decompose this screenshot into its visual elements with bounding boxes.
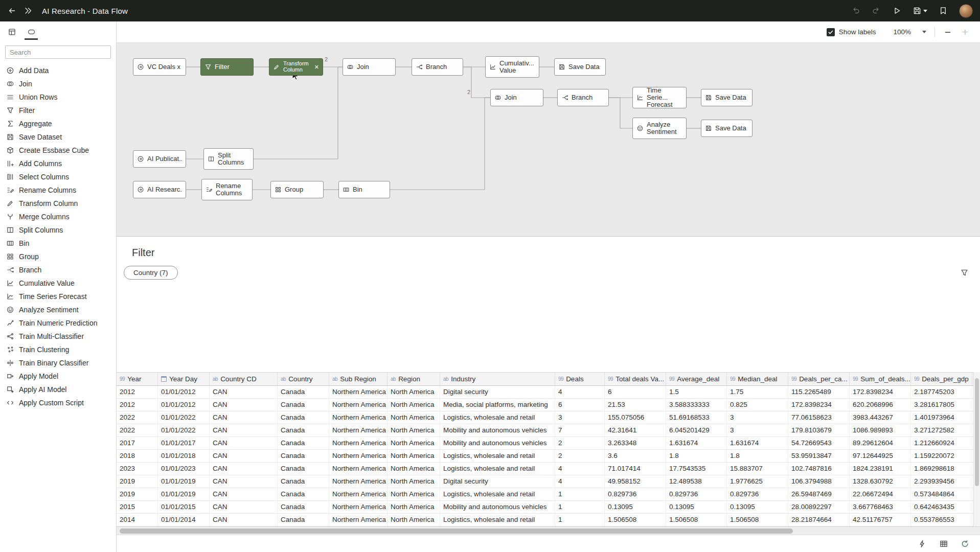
- table-row[interactable]: 201201/01/2012CANCanadaNorthern AmericaN…: [117, 386, 980, 399]
- table-row[interactable]: 201901/01/2019CANCanadaNorthern AmericaN…: [117, 488, 980, 501]
- sidebar-item-split-columns[interactable]: Split Columns: [0, 223, 116, 237]
- show-labels-checkbox[interactable]: [827, 28, 835, 36]
- table-row[interactable]: 201801/01/2018CANCanadaNorthern AmericaN…: [117, 450, 980, 463]
- table-row[interactable]: 202301/01/2023CANCanadaNorthern AmericaN…: [117, 463, 980, 475]
- table-row[interactable]: 202201/01/2022CANCanadaNorthern AmericaN…: [117, 424, 980, 437]
- navigator-icon[interactable]: [24, 6, 33, 15]
- sidebar-item-aggregate[interactable]: Aggregate: [0, 117, 116, 130]
- filter-funnel-icon[interactable]: [960, 268, 969, 277]
- flow-node-ai-publicat[interactable]: AI Publicat...: [133, 150, 186, 168]
- run-flow-icon[interactable]: [892, 6, 901, 15]
- column-header-deals-per-gdp[interactable]: 99Deals_per_gdp: [911, 373, 972, 385]
- flow-node-cumulativ-value[interactable]: Cumulativ... Value: [485, 56, 539, 78]
- node-close-icon[interactable]: ✕: [314, 64, 319, 70]
- table-row[interactable]: 201201/01/2012CANCanadaNorthern AmericaN…: [117, 399, 980, 411]
- flow-node-ai-researc[interactable]: AI Researc...: [133, 181, 186, 198]
- sidebar-item-transform-column[interactable]: Transform Column: [0, 197, 116, 210]
- flow-node-join[interactable]: Join: [343, 58, 396, 76]
- column-header-region[interactable]: abRegion: [388, 373, 440, 385]
- flow-canvas[interactable]: VC Deals x ...FilterTransform Column✕Joi…: [117, 42, 980, 236]
- flow-node-split-columns[interactable]: Split Columns: [203, 148, 254, 170]
- zoom-dropdown-caret-icon[interactable]: [922, 31, 926, 33]
- flow-node-save-data[interactable]: Save Data: [554, 58, 606, 76]
- flow-node-save-data[interactable]: Save Data: [701, 120, 753, 137]
- column-header-year-day[interactable]: Year Day: [158, 373, 210, 385]
- table-row[interactable]: 201501/01/2015CANCanadaNorthern AmericaN…: [117, 501, 980, 514]
- flow-node-filter[interactable]: Filter: [200, 58, 254, 76]
- flow-node-analyze-sentiment[interactable]: Analyze Sentiment: [632, 118, 687, 139]
- sidebar-item-add-data[interactable]: Add Data: [0, 64, 116, 77]
- zoom-out-button[interactable]: −: [941, 27, 954, 37]
- vscroll-thumb[interactable]: [975, 378, 979, 486]
- hscroll-thumb[interactable]: [120, 528, 793, 534]
- sidebar-item-save-dataset[interactable]: Save Dataset: [0, 130, 116, 144]
- sidebar-item-cumulative-value[interactable]: Cumulative Value: [0, 277, 116, 290]
- sidebar-item-train-binary-classifier[interactable]: Train Binary Classifier: [0, 356, 116, 370]
- column-header-sum-of-deals[interactable]: 99Sum_of_deals...: [850, 373, 911, 385]
- search-input[interactable]: [5, 45, 111, 59]
- tab-flow-steps[interactable]: [26, 25, 37, 40]
- flow-node-branch[interactable]: Branch: [412, 58, 463, 76]
- show-labels-label[interactable]: Show labels: [839, 28, 876, 36]
- sidebar-item-apply-model[interactable]: Apply Model: [0, 370, 116, 383]
- sidebar-item-union-rows[interactable]: Union Rows: [0, 90, 116, 104]
- column-header-total-deals-va[interactable]: 99Total deals Va...: [605, 373, 666, 385]
- column-header-industry[interactable]: abIndustry: [440, 373, 555, 385]
- table-row[interactable]: 201401/01/2014CANCanadaNorthern AmericaN…: [117, 514, 980, 526]
- sidebar-item-rename-columns[interactable]: Rename Columns: [0, 183, 116, 197]
- flow-node-group[interactable]: Group: [270, 181, 324, 198]
- back-icon[interactable]: [7, 6, 16, 15]
- column-header-deals[interactable]: 99Deals: [555, 373, 605, 385]
- undo-icon[interactable]: [851, 6, 860, 15]
- zoom-level[interactable]: 100%: [893, 28, 911, 36]
- flow-node-transform-column[interactable]: Transform Column✕: [269, 58, 323, 76]
- sidebar-item-train-multi-classifier[interactable]: Train Multi-Classifier: [0, 330, 116, 343]
- table-row[interactable]: 201701/01/2017CANCanadaNorthern AmericaN…: [117, 437, 980, 450]
- flow-node-bin[interactable]: Bin: [338, 181, 390, 198]
- flow-node-branch[interactable]: Branch: [557, 89, 609, 106]
- save-button[interactable]: [913, 6, 927, 15]
- flow-node-vc-deals-x[interactable]: VC Deals x ...: [133, 58, 186, 76]
- bookmark-icon[interactable]: [939, 6, 948, 15]
- refresh-icon[interactable]: [961, 539, 970, 548]
- sidebar-item-apply-custom-script[interactable]: Apply Custom Script: [0, 396, 116, 409]
- sidebar-item-train-numeric-prediction[interactable]: Train Numeric Prediction: [0, 316, 116, 330]
- flow-node-time-serie-forecast[interactable]: Time Serie... Forecast: [632, 87, 687, 108]
- table-horizontal-scrollbar[interactable]: [117, 526, 980, 535]
- flow-node-rename-columns[interactable]: Rename Columns: [201, 179, 253, 200]
- sidebar-item-branch[interactable]: Branch: [0, 263, 116, 277]
- user-avatar[interactable]: [959, 4, 973, 18]
- table-cell: 102.7487816: [788, 463, 850, 475]
- flow-node-save-data[interactable]: Save Data: [701, 89, 753, 106]
- column-header-year[interactable]: 99Year: [117, 373, 158, 385]
- column-header-sub-region[interactable]: abSub Region: [329, 373, 388, 385]
- filter-chip-country[interactable]: Country (7): [124, 266, 178, 280]
- sidebar-item-filter[interactable]: Filter: [0, 104, 116, 117]
- sidebar-item-apply-ai-model[interactable]: Apply AI Model: [0, 383, 116, 396]
- column-header-country[interactable]: abCountry: [278, 373, 329, 385]
- sidebar-item-time-series-forecast[interactable]: Time Series Forecast: [0, 290, 116, 303]
- sidebar-item-train-clustering[interactable]: Train Clustering: [0, 343, 116, 356]
- column-header-deals-per-ca[interactable]: 99Deals_per_ca...: [788, 373, 850, 385]
- sidebar-item-analyze-sentiment[interactable]: Analyze Sentiment: [0, 303, 116, 316]
- flash-icon[interactable]: [918, 539, 927, 548]
- sidebar-item-merge-columns[interactable]: Merge Columns: [0, 210, 116, 223]
- zoom-in-button[interactable]: +: [959, 27, 972, 37]
- sidebar-item-bin[interactable]: Bin: [0, 237, 116, 250]
- sidebar-item-create-essbase-cube[interactable]: Create Essbase Cube: [0, 144, 116, 157]
- sidebar-item-group[interactable]: Group: [0, 250, 116, 263]
- column-header-median-deal[interactable]: 99Median_deal: [727, 373, 788, 385]
- data-grid-icon[interactable]: [939, 539, 948, 548]
- redo-icon[interactable]: [872, 6, 881, 15]
- flow-node-join[interactable]: Join: [490, 89, 543, 106]
- table-vertical-scrollbar[interactable]: [973, 372, 980, 526]
- table-row[interactable]: 201901/01/2019CANCanadaNorthern AmericaN…: [117, 475, 980, 488]
- column-header-country-cd[interactable]: abCountry CD: [210, 373, 278, 385]
- table-row[interactable]: 202201/01/2022CANCanadaNorthern AmericaN…: [117, 411, 980, 424]
- tab-data[interactable]: [6, 25, 17, 40]
- sidebar-item-join[interactable]: Join: [0, 77, 116, 90]
- column-header-average-deal[interactable]: 99Average_deal: [666, 373, 727, 385]
- sidebar-item-add-columns[interactable]: Add Columns: [0, 157, 116, 170]
- save-caret-icon[interactable]: [923, 10, 927, 12]
- sidebar-item-select-columns[interactable]: Select Columns: [0, 170, 116, 183]
